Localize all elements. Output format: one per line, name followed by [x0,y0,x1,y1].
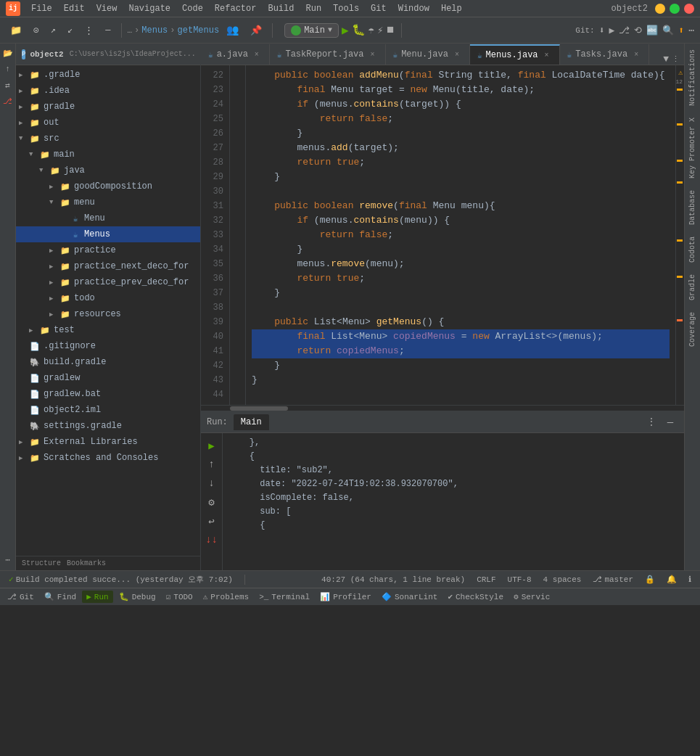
sidebar-item-menus[interactable]: ☕Menus [16,226,200,242]
notification-status[interactable]: 🔔 [664,575,680,584]
stop-run-button[interactable]: ↓↓ [204,532,220,548]
menu-refactor[interactable]: Refactor [210,2,262,15]
re-run-button[interactable]: ▶ [204,437,220,453]
sidebar-item-.idea[interactable]: ▶📁.idea [16,83,200,99]
settings-run-button[interactable]: ⚙ [204,494,220,510]
sidebar-item-menu[interactable]: ▼📁menu [16,194,200,210]
menu-edit[interactable]: Edit [59,2,90,15]
expand-icon-btn[interactable]: ↗ [46,22,60,38]
encoding-status[interactable]: UTF-8 [505,575,535,584]
sidebar-item-gradlew[interactable]: 📄gradlew [16,370,200,386]
scroll-up-button[interactable]: ↑ [204,456,220,472]
right-tab-keypromoterx[interactable]: Key Promoter X [685,112,699,184]
scroll-down-button[interactable]: ↓ [204,475,220,491]
right-tab-codota[interactable]: Codota [685,231,699,268]
menu-navigate[interactable]: Navigate [123,2,176,15]
problems-bottom-btn[interactable]: ⚠ Problems [199,591,253,603]
horizontal-scrollbar[interactable] [201,405,684,411]
menu-tools[interactable]: Tools [328,2,364,15]
debug-button[interactable]: 🐛 [352,23,366,37]
git-history-btn[interactable]: ⟲ [634,25,642,36]
editor-tab-ajava[interactable]: ☕a.java× [201,44,270,65]
sidebar-item-practice_prev_deco_for[interactable]: ▶📁practice_prev_deco_for [16,274,200,290]
menu-run[interactable]: Run [300,2,326,15]
more-btn[interactable]: ⋯ [688,25,694,36]
sonar-bottom-btn[interactable]: 🔷 SonarLint [377,591,442,603]
sidebar-item-test[interactable]: ▶📁test [16,322,200,338]
close-button[interactable]: × [684,4,694,14]
menu-file[interactable]: File [26,2,57,15]
breadcrumb-menus[interactable]: Menus [141,25,168,36]
bottom-tab-main[interactable]: Main [234,414,269,430]
project-icon-btn[interactable]: 📁 [6,22,26,38]
tab-overflow-btn[interactable]: ⋮ [672,54,680,64]
vcs-status[interactable]: ⎇ master [590,575,636,584]
tab-close-btn[interactable]: × [252,49,262,59]
settings-icon-btn[interactable]: ⋮ [80,22,98,38]
minimize-button[interactable]: – [655,4,665,14]
lock-status[interactable]: 🔒 [642,575,658,584]
right-tab-database[interactable]: Database [685,184,699,231]
git-bottom-btn[interactable]: ⎇ Git [3,591,38,603]
editor-tab-tasksjava[interactable]: ☕Tasks.java× [560,44,650,65]
sidebar-item-externallibraries[interactable]: ▶📁External Libraries [16,434,200,450]
bookmarks-footer-item[interactable]: Bookmarks [67,559,106,567]
sidebar-item-practice[interactable]: ▶📁practice [16,242,200,258]
sidebar-item-.gradle[interactable]: ▶📁.gradle [16,67,200,83]
target-icon-btn[interactable]: ⊙ [29,22,44,38]
right-tab-coverage[interactable]: Coverage [685,306,699,353]
profile-button[interactable]: ⚡ [377,24,383,36]
run-bottom-btn[interactable]: ▶ Run [82,591,112,603]
minimize-panel-btn[interactable]: — [101,23,115,38]
bp-menu-btn[interactable]: ⋮ [643,414,659,430]
sidebar-item-src[interactable]: ▼📁src [16,131,200,147]
soft-wrap-button[interactable]: ↩ [204,513,220,529]
pull-request-activity-btn[interactable]: ⇄ [1,78,15,91]
line-ending-status[interactable]: CRLF [474,575,498,584]
checkstyle-bottom-btn[interactable]: ✔ CheckStyle [443,591,508,603]
breadcrumb-getmenus[interactable]: getMenus [178,25,220,36]
right-tab-notifications[interactable]: Notifications [685,44,699,112]
indent-status[interactable]: 4 spaces [540,575,585,584]
menu-window[interactable]: Window [393,2,435,15]
editor-tab-taskreportjava[interactable]: ☕TaskReport.java× [270,44,386,65]
stop-button[interactable]: ⏹ [386,25,395,36]
team-icon-btn[interactable]: 👥 [222,22,243,38]
sidebar-item-gradle[interactable]: ▶📁gradle [16,99,200,115]
menu-code[interactable]: Code [177,2,208,15]
sidebar-item-main[interactable]: ▼📁main [16,147,200,163]
menu-build[interactable]: Build [263,2,299,15]
git-activity-btn[interactable]: ⎇ [1,94,15,107]
tab-close-btn[interactable]: × [452,49,462,59]
run-config-selector[interactable]: Main ▼ [284,23,339,38]
sidebar-item-java[interactable]: ▼📁java [16,163,200,178]
sidebar-item-.gitignore[interactable]: 📄.gitignore [16,338,200,354]
info-status[interactable]: ℹ [685,575,694,584]
bookmarks-activity-btn[interactable]: ⋯ [1,553,15,566]
profiler-bottom-btn[interactable]: 📊 Profiler [316,591,376,603]
git-update-btn[interactable]: ⬇ [599,25,605,36]
pin-icon-btn[interactable]: 📌 [246,22,266,38]
search-btn[interactable]: 🔍 [662,25,674,36]
sidebar-item-scratchesandconsoles[interactable]: ▶📁Scratches and Consoles [16,450,200,466]
coverage-button[interactable]: ☂ [368,24,374,36]
bp-close-btn[interactable]: — [662,414,678,430]
find-bottom-btn[interactable]: 🔍 Find [40,591,81,603]
run-button[interactable]: ▶ [342,23,349,38]
output-area[interactable]: }, { title: "sub2", date: "2022-07-24T19… [223,433,684,570]
sidebar-item-goodcomposition[interactable]: ▶📁goodComposition [16,178,200,194]
menu-help[interactable]: Help [436,2,467,15]
maximize-button[interactable]: □ [670,4,680,14]
collapse-icon-btn[interactable]: ↙ [63,22,77,38]
tab-close-btn[interactable]: × [631,49,641,59]
code-content[interactable]: public boolean addMenu(final String titl… [246,65,675,405]
terminal-bottom-btn[interactable]: >_ Terminal [255,591,314,603]
editor-tab-menujava[interactable]: ☕Menu.java× [386,44,470,65]
tab-close-btn[interactable]: × [368,49,378,59]
translate-btn[interactable]: 🔤 [646,25,658,36]
git-branch-btn[interactable]: ⎇ [619,25,630,36]
tab-close-btn[interactable]: × [542,50,552,60]
sidebar-item-build.gradle[interactable]: 🐘build.gradle [16,354,200,370]
commit-activity-btn[interactable]: ↑ [1,62,15,75]
project-activity-btn[interactable]: 📂 [1,46,15,59]
